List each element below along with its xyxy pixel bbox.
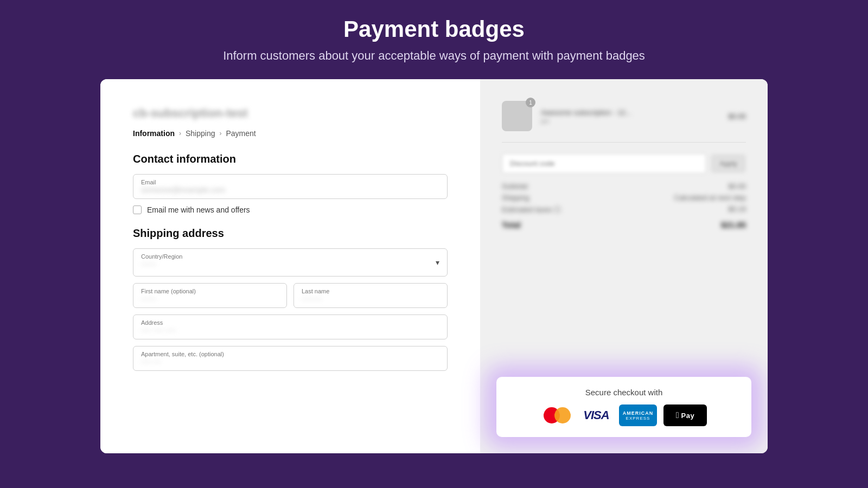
country-label: Country/Region <box>141 253 439 260</box>
page-subtitle: Inform customers about your acceptable w… <box>223 49 645 63</box>
country-form-group: Country/Region ------ ▾ <box>133 248 448 277</box>
breadcrumb-payment[interactable]: Payment <box>226 129 256 138</box>
breadcrumb-chevron-2: › <box>220 130 222 137</box>
breadcrumb-information[interactable]: Information <box>133 129 175 138</box>
shipping-label: Shipping <box>502 194 529 202</box>
order-item-image: 1 <box>502 101 532 131</box>
shipping-section-title: Shipping address <box>133 227 448 240</box>
breadcrumb-chevron-1: › <box>179 130 181 137</box>
contact-section-title: Contact information <box>133 153 448 165</box>
apt-form-group: Apartment, suite, etc. (optional) ---- -… <box>133 346 448 371</box>
visa-icon: VISA <box>583 408 609 422</box>
page-title: Payment badges <box>343 16 525 42</box>
newsletter-label: Email me with news and offers <box>147 206 250 214</box>
subtotal-label: Subtotal <box>502 182 528 190</box>
first-name-value: ------ <box>141 294 279 303</box>
email-value: someone@example.com <box>141 185 439 194</box>
visa-badge: VISA <box>580 404 612 426</box>
country-value: ------ <box>141 260 439 268</box>
address-form-group: Address ---- ---- ---- <box>133 314 448 339</box>
amex-icon-bottom: EXPRESS <box>626 416 650 421</box>
discount-row: Apply <box>502 153 746 174</box>
tax-row: Estimated taxes ⓘ $0.19 <box>502 205 746 215</box>
discount-input[interactable] <box>502 153 706 174</box>
order-item-info: Awesome subscription - 12... per <box>541 108 719 124</box>
shipping-row: Shipping Calculated at next step <box>502 194 746 202</box>
email-form-group: Email someone@example.com <box>133 174 448 199</box>
order-item-badge: 1 <box>526 98 535 107</box>
name-row: First name (optional) ------ Last name -… <box>133 283 448 308</box>
left-panel: cb-subscription-test Information › Shipp… <box>100 79 480 453</box>
main-card: cb-subscription-test Information › Shipp… <box>100 79 768 453</box>
order-item-sub: per <box>541 118 719 124</box>
subtotal-value: $0.00 <box>728 182 746 190</box>
last-name-label: Last name <box>302 288 439 294</box>
amex-icon-top: AMERICAN <box>623 410 654 416</box>
first-name-label: First name (optional) <box>141 288 279 294</box>
right-panel: 1 Awesome subscription - 12... per $0.00… <box>480 79 768 453</box>
newsletter-row: Email me with news and offers <box>133 206 448 214</box>
country-select[interactable]: Country/Region ------ ▾ <box>133 248 448 277</box>
country-dropdown-icon: ▾ <box>436 258 439 267</box>
apt-label: Apartment, suite, etc. (optional) <box>141 351 439 357</box>
address-input[interactable]: Address ---- ---- ---- <box>133 314 448 339</box>
total-value: $21.85 <box>721 220 746 229</box>
payment-badges: VISA AMERICAN EXPRESS  Pay <box>513 404 735 426</box>
shipping-value: Calculated at next step <box>674 194 746 202</box>
order-item-price: $0.00 <box>728 112 746 120</box>
total-row: Total $21.85 <box>502 220 746 229</box>
mastercard-icon <box>544 407 571 423</box>
email-input-wrapper[interactable]: Email someone@example.com <box>133 174 448 199</box>
order-item-name: Awesome subscription - 12... <box>541 108 719 117</box>
order-item: 1 Awesome subscription - 12... per $0.00 <box>502 101 746 143</box>
total-label: Total <box>502 220 521 229</box>
secure-checkout-card: Secure checkout with VISA <box>496 377 751 437</box>
subtotal-row: Subtotal $0.00 <box>502 182 746 190</box>
page-wrapper: Payment badges Inform customers about yo… <box>0 0 868 488</box>
tax-label: Estimated taxes ⓘ <box>502 205 561 215</box>
apt-value: ---- --- <box>141 357 439 366</box>
first-name-input[interactable]: First name (optional) ------ <box>133 283 287 308</box>
secure-checkout-text: Secure checkout with <box>513 388 735 397</box>
applepay-badge:  Pay <box>663 404 707 426</box>
breadcrumb-shipping[interactable]: Shipping <box>186 129 215 138</box>
breadcrumb: Information › Shipping › Payment <box>133 129 448 138</box>
amex-badge: AMERICAN EXPRESS <box>619 404 657 426</box>
mastercard-badge <box>541 404 573 426</box>
address-label: Address <box>141 319 439 326</box>
last-name-input[interactable]: Last name -------- <box>293 283 448 308</box>
apt-input[interactable]: Apartment, suite, etc. (optional) ---- -… <box>133 346 448 371</box>
store-name: cb-subscription-test <box>133 106 448 120</box>
tax-value: $0.19 <box>728 205 746 215</box>
apple-icon:  <box>676 410 679 420</box>
discount-button[interactable]: Apply <box>711 154 746 173</box>
address-value: ---- ---- ---- <box>141 326 439 335</box>
newsletter-checkbox[interactable] <box>133 206 142 214</box>
email-label: Email <box>141 179 439 185</box>
last-name-value: -------- <box>302 294 439 303</box>
applepay-text: Pay <box>681 412 695 420</box>
